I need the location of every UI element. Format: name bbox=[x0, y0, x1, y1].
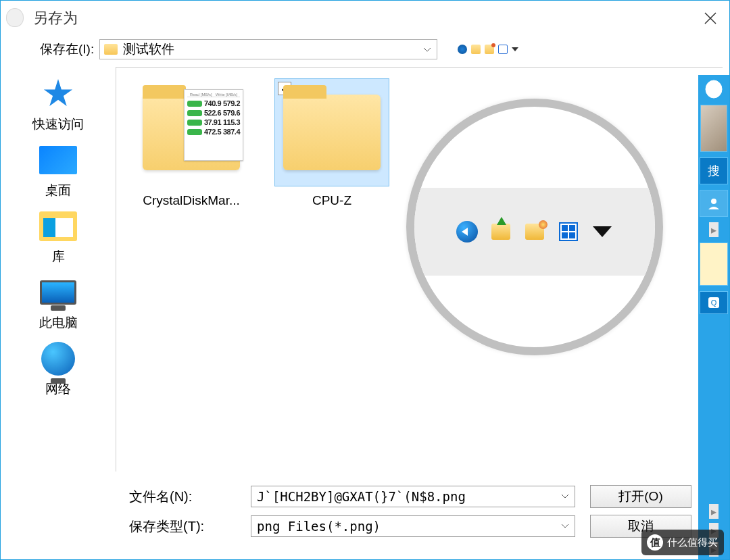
qq-side-panel: 搜 ▸ Q ▸ ▸ ▸ bbox=[698, 75, 729, 559]
globe-icon bbox=[41, 342, 75, 376]
back-icon[interactable] bbox=[458, 45, 467, 54]
expand-icon[interactable]: ▸ bbox=[709, 504, 719, 519]
folder-icon bbox=[283, 95, 381, 170]
qq-logo-icon bbox=[702, 79, 726, 99]
sidebar-item-label: 库 bbox=[52, 248, 65, 265]
magnifier-overlay bbox=[406, 99, 663, 355]
save-in-value: 测试软件 bbox=[123, 41, 422, 58]
save-in-combo[interactable]: 测试软件 bbox=[99, 39, 437, 59]
sidebar-item-quickaccess[interactable]: 快速访问 bbox=[14, 76, 102, 133]
file-item-crystaldiskmark[interactable]: Read [MB/s] Write [MB/s] 740.9579.2 522.… bbox=[127, 78, 256, 208]
up-folder-icon[interactable] bbox=[471, 45, 481, 54]
chevron-down-icon bbox=[422, 43, 433, 56]
qq-highlight-item[interactable] bbox=[700, 243, 728, 286]
sidebar-item-desktop[interactable]: 桌面 bbox=[14, 143, 102, 199]
qq-contacts[interactable] bbox=[700, 190, 728, 217]
magnified-toolbar bbox=[406, 188, 663, 276]
dropdown-icon[interactable] bbox=[512, 47, 518, 51]
smzdm-watermark: 值 什么值得买 bbox=[641, 530, 724, 555]
bottom-controls: 文件名(N): J`[HCH2BY]@GXAT(}7`(N$8.png 打开(O… bbox=[1, 472, 729, 559]
filetype-combo[interactable]: png Files(*.png) bbox=[251, 515, 575, 537]
file-label: CrystalDiskMar... bbox=[127, 193, 256, 208]
view-mode-icon[interactable] bbox=[558, 221, 579, 243]
thumb-icon: 值 bbox=[647, 534, 663, 551]
filename-value: J`[HCH2BY]@GXAT(}7`(N$8.png bbox=[257, 489, 561, 504]
expand-icon[interactable]: ▸ bbox=[709, 222, 719, 237]
save-as-dialog: 另存为 保存在(I): 测试软件 快速访问 bbox=[0, 0, 730, 560]
svg-point-2 bbox=[711, 199, 716, 204]
desktop-icon bbox=[39, 146, 77, 174]
chevron-down-icon bbox=[561, 524, 569, 529]
save-in-toolbar: 保存在(I): 测试软件 bbox=[1, 36, 729, 63]
sidebar-item-label: 桌面 bbox=[45, 182, 71, 199]
folder-icon bbox=[104, 44, 118, 55]
libraries-icon bbox=[39, 211, 77, 241]
filename-input[interactable]: J`[HCH2BY]@GXAT(}7`(N$8.png bbox=[251, 486, 575, 507]
sidebar-item-label: 此电脑 bbox=[39, 314, 78, 332]
view-mode-icon[interactable] bbox=[498, 45, 508, 54]
filetype-value: png Files(*.png) bbox=[257, 519, 561, 534]
benchmark-thumbnail: Read [MB/s] Write [MB/s] 740.9579.2 522.… bbox=[184, 89, 243, 161]
new-folder-icon[interactable] bbox=[485, 45, 494, 54]
save-in-label: 保存在(I): bbox=[40, 41, 94, 58]
qq-app-item[interactable]: Q bbox=[700, 291, 728, 314]
sidebar-item-libraries[interactable]: 库 bbox=[14, 209, 102, 265]
sidebar-item-label: 快速访问 bbox=[32, 116, 84, 133]
filename-label: 文件名(N): bbox=[129, 488, 251, 506]
nav-toolbar bbox=[458, 45, 518, 54]
file-thumbnail: Read [MB/s] Write [MB/s] 740.9579.2 522.… bbox=[134, 78, 249, 186]
file-thumbnail: ✓ bbox=[274, 78, 389, 186]
avatar[interactable] bbox=[700, 105, 727, 152]
qq-app-icon bbox=[6, 8, 26, 28]
back-icon[interactable] bbox=[456, 221, 478, 243]
dropdown-icon[interactable] bbox=[591, 221, 613, 243]
filetype-label: 保存类型(T): bbox=[129, 517, 251, 536]
open-button[interactable]: 打开(O) bbox=[590, 485, 691, 508]
svg-text:Q: Q bbox=[711, 299, 717, 307]
places-sidebar: 快速访问 桌面 库 此电脑 网络 bbox=[1, 63, 116, 472]
titlebar: 另存为 bbox=[1, 1, 729, 36]
sidebar-item-thispc[interactable]: 此电脑 bbox=[14, 275, 102, 332]
chevron-down-icon bbox=[561, 494, 569, 499]
star-icon bbox=[43, 79, 73, 109]
new-folder-icon[interactable] bbox=[524, 221, 545, 243]
watermark-text: 什么值得买 bbox=[667, 536, 718, 549]
monitor-icon bbox=[40, 280, 76, 305]
dialog-title: 另存为 bbox=[33, 8, 78, 28]
qq-search[interactable]: 搜 bbox=[700, 157, 728, 184]
close-button[interactable] bbox=[697, 5, 724, 32]
sidebar-item-network[interactable]: 网络 bbox=[14, 341, 102, 398]
file-label: CPU-Z bbox=[268, 193, 396, 208]
file-item-cpuz[interactable]: ✓ CPU-Z bbox=[268, 78, 396, 208]
up-folder-icon[interactable] bbox=[490, 221, 512, 243]
